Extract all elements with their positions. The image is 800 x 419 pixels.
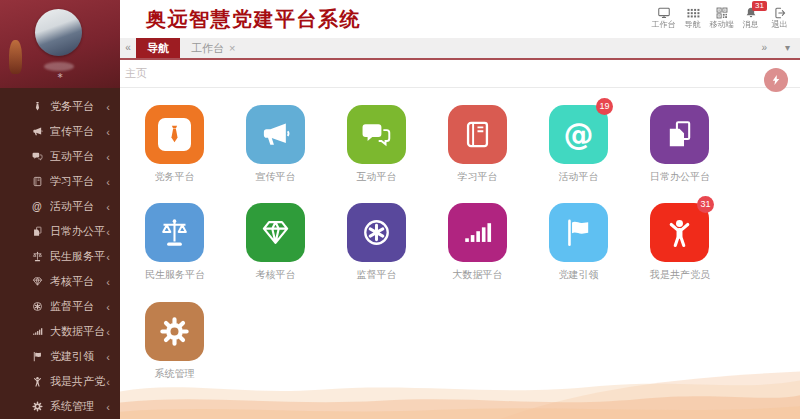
tile-icon-button[interactable] <box>347 203 406 262</box>
sidebar-item-gear[interactable]: 系统管理‹ <box>0 394 120 419</box>
header-action-bell[interactable]: 31消息 <box>736 3 765 31</box>
tile-icon-button[interactable] <box>145 203 204 262</box>
breadcrumb-home[interactable]: 主页 <box>125 67 147 79</box>
sidebar-item-label: 我是共产党员 <box>50 374 106 389</box>
sidebar-item-chat[interactable]: 互动平台‹ <box>0 144 120 169</box>
tile-person[interactable]: 31我是共产党员 <box>650 203 709 282</box>
tile-label: 系统管理 <box>145 367 204 381</box>
tile-icon-button[interactable] <box>246 105 305 164</box>
tile-tie[interactable]: 党务平台 <box>145 105 204 184</box>
chevron-left-icon: ‹ <box>106 126 110 138</box>
sidebar-item-label: 宣传平台 <box>50 124 106 139</box>
tab-bar-right: » ▾ <box>761 38 790 58</box>
chevron-left-icon: ‹ <box>106 201 110 213</box>
lightning-icon <box>770 74 782 86</box>
header-action-grid[interactable]: 导航 <box>678 3 707 31</box>
tile-label: 我是共产党员 <box>650 268 709 282</box>
sidebar-item-book[interactable]: 学习平台‹ <box>0 169 120 194</box>
sidebar-menu: 党务平台‹宣传平台‹互动平台‹学习平台‹@活动平台‹日常办公平台‹民生服务平台‹… <box>0 88 120 419</box>
sidebar-item-docs[interactable]: 日常办公平台‹ <box>0 219 120 244</box>
tie-icon <box>32 101 45 113</box>
tab-navigation[interactable]: 导航 <box>136 38 180 58</box>
header-action-qr[interactable]: 移动端 <box>707 3 736 31</box>
tile-icon-button[interactable] <box>145 302 204 361</box>
person-icon <box>32 376 45 388</box>
sidebar-logo: ∗ <box>0 0 120 88</box>
header-action-logout[interactable]: 退出 <box>765 3 794 31</box>
person-icon <box>664 217 695 248</box>
tile-icon-button[interactable]: 31 <box>650 203 709 262</box>
tile-icon-button[interactable] <box>448 105 507 164</box>
tile-gem[interactable]: 考核平台 <box>246 203 305 282</box>
sidebar-item-label: 日常办公平台 <box>50 224 106 239</box>
chevron-left-icon: ‹ <box>106 301 110 313</box>
header-action-label: 移动端 <box>708 19 736 30</box>
gem-icon <box>32 276 45 288</box>
sidebar-item-megaphone[interactable]: 宣传平台‹ <box>0 119 120 144</box>
sidebar: ∗ 党务平台‹宣传平台‹互动平台‹学习平台‹@活动平台‹日常办公平台‹民生服务平… <box>0 0 120 419</box>
header-action-monitor[interactable]: 工作台 <box>649 3 678 31</box>
sidebar-item-gem[interactable]: 考核平台‹ <box>0 269 120 294</box>
tabs-caret-icon[interactable]: ▾ <box>785 38 790 58</box>
sidebar-item-flag[interactable]: 党建引领‹ <box>0 344 120 369</box>
tile-label: 民生服务平台 <box>145 268 204 282</box>
sidebar-item-label: 党建引领 <box>50 349 106 364</box>
header-action-label: 导航 <box>679 19 707 30</box>
grid-icon <box>678 3 707 19</box>
chat-icon <box>361 119 392 150</box>
sidebar-item-scales[interactable]: 民生服务平台‹ <box>0 244 120 269</box>
sidebar-item-tie[interactable]: 党务平台‹ <box>0 94 120 119</box>
sidebar-item-label: 考核平台 <box>50 274 106 289</box>
tie-icon <box>158 118 191 151</box>
tile-icon-button[interactable] <box>145 105 204 164</box>
close-icon[interactable]: × <box>229 38 235 58</box>
tile-icon-button[interactable] <box>549 203 608 262</box>
header-action-label: 消息 <box>737 19 765 30</box>
sidebar-item-at[interactable]: @活动平台‹ <box>0 194 120 219</box>
tab-list: 导航工作台× <box>136 38 246 58</box>
tile-label: 大数据平台 <box>448 268 507 282</box>
sidebar-item-chart[interactable]: 大数据平台‹ <box>0 319 120 344</box>
tab-workbench[interactable]: 工作台× <box>180 38 246 58</box>
breadcrumb: 主页 <box>120 60 800 88</box>
chevron-left-icon: ‹ <box>106 251 110 263</box>
notification-badge: 31 <box>697 196 714 213</box>
tile-icon-button[interactable] <box>347 105 406 164</box>
tile-flag[interactable]: 党建引领 <box>549 203 608 282</box>
tile-label: 党务平台 <box>145 170 204 184</box>
tabs-overflow-icon[interactable]: » <box>761 38 767 58</box>
chevron-left-icon: ‹ <box>106 101 110 113</box>
tile-docs[interactable]: 日常办公平台 <box>650 105 709 184</box>
sidebar-item-label: 互动平台 <box>50 149 106 164</box>
logo-reflection <box>44 62 74 71</box>
sidebar-item-emblem[interactable]: 监督平台‹ <box>0 294 120 319</box>
tab-label: 导航 <box>147 38 169 58</box>
tile-emblem[interactable]: 监督平台 <box>347 203 406 282</box>
tile-at[interactable]: @19活动平台 <box>549 105 608 184</box>
chart-icon <box>462 217 493 248</box>
sidebar-item-label: 系统管理 <box>50 399 106 414</box>
header-action-label: 退出 <box>766 19 794 30</box>
tile-icon-button[interactable]: @19 <box>549 105 608 164</box>
quick-action-button[interactable] <box>764 68 788 92</box>
sidebar-item-person[interactable]: 我是共产党员‹ <box>0 369 120 394</box>
flag-icon <box>563 217 594 248</box>
logo-figure-illustration <box>9 40 22 74</box>
tile-gear[interactable]: 系统管理 <box>145 302 204 381</box>
tile-book[interactable]: 学习平台 <box>448 105 507 184</box>
logo-moon-illustration <box>35 9 82 56</box>
tile-label: 党建引领 <box>549 268 608 282</box>
tile-icon-button[interactable] <box>448 203 507 262</box>
tile-chart[interactable]: 大数据平台 <box>448 203 507 282</box>
scales-icon <box>32 251 45 263</box>
tile-chat[interactable]: 互动平台 <box>347 105 406 184</box>
tile-scales[interactable]: 民生服务平台 <box>145 203 204 282</box>
tabs-collapse-icon[interactable]: « <box>120 38 136 58</box>
tile-icon-button[interactable] <box>650 105 709 164</box>
sidebar-item-label: 民生服务平台 <box>50 249 106 264</box>
megaphone-icon <box>32 126 45 138</box>
chat-icon <box>32 151 45 163</box>
tile-megaphone[interactable]: 宣传平台 <box>246 105 305 184</box>
tile-icon-button[interactable] <box>246 203 305 262</box>
docs-icon <box>32 226 45 238</box>
